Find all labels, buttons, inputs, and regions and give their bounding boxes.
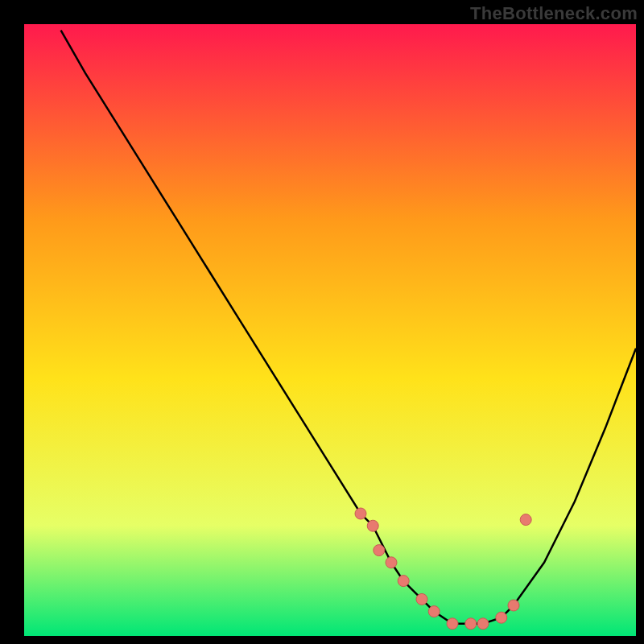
marker-point (428, 606, 440, 617)
marker-point (520, 514, 531, 526)
marker-point (496, 612, 507, 623)
plot-svg (0, 0, 644, 644)
marker-point (386, 557, 397, 568)
marker-point (398, 576, 409, 587)
marker-point (367, 520, 378, 531)
marker-point (465, 618, 477, 630)
marker-point (374, 545, 385, 556)
marker-point (477, 618, 489, 630)
gradient-background (24, 24, 636, 636)
chart-stage: TheBottleneck.com (0, 0, 644, 644)
marker-point (508, 600, 519, 611)
marker-point (447, 618, 458, 630)
marker-point (416, 593, 427, 605)
marker-point (355, 508, 366, 519)
